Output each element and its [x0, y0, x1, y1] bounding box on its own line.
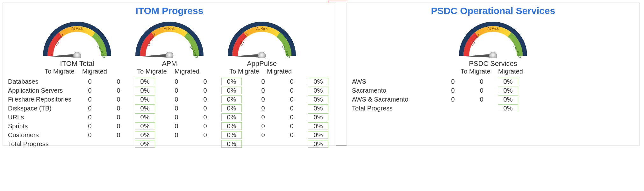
row-label: Fileshare Repositories [8, 95, 75, 104]
cell-percent: 0% [308, 104, 328, 112]
cell-migrated: 0 [191, 105, 219, 112]
cell-percent: 0% [221, 122, 242, 130]
cell-migrated: 0 [277, 114, 306, 121]
table-row: 000% [248, 104, 329, 113]
cell-to-migrate: 0 [162, 87, 191, 94]
cell-percent: 0% [308, 131, 328, 139]
psdc-panel: PSDC Operational Services Off Track At R… [347, 3, 640, 146]
cell-migrated: 0 [277, 96, 306, 103]
cell-to-migrate: 0 [75, 96, 104, 103]
cell-migrated: 0 [467, 78, 496, 85]
gauge-needle [142, 54, 169, 58]
row-label: AWS & Sacramento [352, 95, 419, 104]
cell-percent: 0% [498, 104, 518, 112]
cell-migrated: 0 [277, 131, 306, 139]
cell-percent: 0% [308, 96, 328, 103]
cell-percent: 0% [308, 87, 328, 94]
cell-migrated: 0 [277, 105, 306, 112]
itom-group-cols: 000%000%000%000%000%000%000%0%000%000%00… [75, 77, 329, 148]
gauge-hub [166, 52, 173, 58]
row-label: Sacramento [352, 86, 419, 95]
header-migrated: Migrated [263, 68, 295, 75]
cell-migrated: 0 [277, 87, 306, 94]
cell-percent: 0% [308, 113, 328, 121]
table-row: 000% [75, 122, 156, 131]
table-row: 000% [75, 104, 156, 113]
psdc-gauges-row: Off Track At Risk On Track PSDC Services… [347, 18, 639, 75]
row-label: Customers [8, 131, 75, 139]
table-row: 000% [75, 77, 156, 86]
cell-migrated: 0 [191, 78, 219, 85]
header-to-migrate: To Migrate [136, 68, 168, 75]
row-label: URLs [8, 113, 75, 122]
cell-to-migrate: 0 [75, 123, 104, 130]
table-row: 000% [161, 104, 242, 113]
psdc-title: PSDC Operational Services [347, 3, 639, 18]
column-headers: To Migrate Migrated [228, 68, 295, 75]
cell-migrated: 0 [104, 105, 133, 112]
header-to-migrate: To Migrate [44, 68, 75, 75]
row-label: Total Progress [352, 104, 419, 113]
gauge-icon: Off Track At Risk On Track [456, 18, 530, 58]
cell-migrated: 0 [104, 131, 133, 139]
header-to-migrate: To Migrate [460, 68, 491, 75]
cell-migrated: 0 [191, 131, 219, 139]
gauge-icon: Off Track At Risk On Track [225, 18, 298, 58]
cell-percent: 0% [135, 131, 155, 139]
gauge-needle [234, 54, 262, 58]
cell-percent: 0% [221, 96, 242, 103]
cell-migrated: 0 [104, 123, 133, 130]
cell-to-migrate: 0 [162, 131, 191, 139]
row-label: Total Progress [8, 139, 75, 148]
cell-migrated: 0 [277, 78, 306, 85]
cell-migrated: 0 [104, 114, 133, 121]
cell-to-migrate: 0 [162, 114, 191, 121]
gauge-hub [73, 52, 81, 58]
table-row: 000% [161, 86, 242, 95]
cell-to-migrate: 0 [249, 78, 277, 85]
header-migrated: Migrated [171, 68, 203, 75]
row-label: AWS [352, 77, 419, 86]
gauge-label-mid: At Risk [164, 26, 175, 30]
table-row: 000% [248, 95, 329, 104]
cell-to-migrate: 0 [75, 87, 104, 94]
cell-to-migrate: 0 [249, 114, 277, 121]
cell-percent: 0% [221, 104, 242, 112]
gauge-label-mid: At Risk [256, 26, 268, 30]
cell-percent: 0% [135, 87, 155, 94]
cell-migrated: 0 [191, 87, 219, 94]
group-column: 000%000%000%000%000%000%000%0% [161, 77, 242, 148]
column-headers: To Migrate Migrated [460, 68, 526, 75]
cell-to-migrate: 0 [162, 96, 191, 103]
table-row: 000% [438, 77, 519, 86]
header-migrated: Migrated [79, 68, 111, 75]
row-label: Databases [8, 77, 75, 86]
cell-percent: 0% [308, 78, 328, 85]
table-row: 000% [75, 86, 156, 95]
cell-percent: 0% [221, 131, 242, 139]
cell-percent: 0% [135, 122, 155, 130]
gauge-needle [465, 54, 493, 58]
itom-gauges-row: Off Track At Risk On Track ITOM Total To… [3, 18, 336, 75]
psdc-group-cols: 000%000%000%0% [438, 77, 519, 113]
cell-to-migrate: 0 [439, 87, 467, 94]
row-label: Sprints [8, 122, 75, 131]
table-row: 000% [161, 131, 242, 139]
table-row: 000% [248, 131, 329, 139]
group-column: 000%000%000%000%000%000%000%0% [75, 77, 156, 148]
table-row: 0% [161, 139, 242, 148]
cell-to-migrate: 0 [249, 131, 277, 139]
psdc-table: AWSSacramentoAWS & SacramentoTotal Progr… [347, 77, 639, 113]
table-row: 000% [438, 86, 519, 95]
cell-percent: 0% [135, 113, 155, 121]
gauge-hub [258, 52, 266, 58]
gauge-block: Off Track At Risk On Track APM To Migrat… [130, 18, 209, 75]
cell-percent: 0% [135, 78, 155, 85]
itom-panel: ITOM Progress Off Track At Risk On Track… [3, 3, 336, 146]
cell-migrated: 0 [467, 96, 496, 103]
cell-migrated: 0 [104, 87, 133, 94]
header-migrated: Migrated [495, 68, 526, 75]
cell-to-migrate: 0 [249, 105, 277, 112]
row-label: Application Servers [8, 86, 75, 95]
cell-percent: 0% [221, 87, 242, 94]
